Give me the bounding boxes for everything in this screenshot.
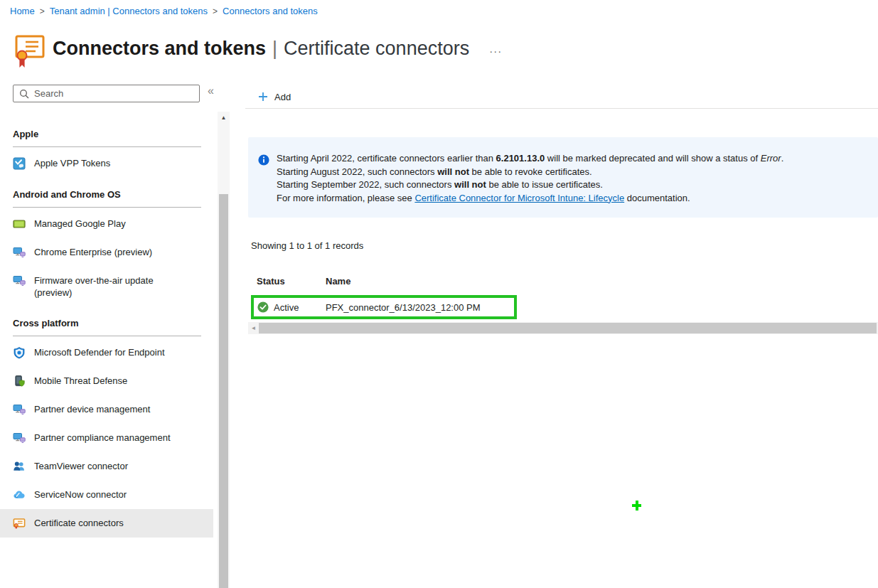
- sidebar-item-microsoft-defender-for-endpoint[interactable]: Microsoft Defender for Endpoint: [0, 338, 213, 367]
- sidebar-item-servicenow-connector[interactable]: ServiceNow connector: [0, 481, 213, 509]
- sidebar-item-partner-compliance-management[interactable]: Partner compliance management: [0, 424, 213, 452]
- connectors-table: Status Name Active PFX_connector_6/13/20…: [248, 276, 878, 334]
- sidebar-section-cross-platform: Cross platformMicrosoft Defender for End…: [0, 311, 213, 538]
- breadcrumb-link-home[interactable]: Home: [10, 6, 35, 16]
- table-header: Status Name: [248, 276, 878, 287]
- search-input[interactable]: [34, 88, 193, 99]
- monitors-icon: [13, 403, 26, 416]
- sidebar-section-header: Android and Chrome OS: [0, 183, 213, 200]
- sidebar-section-apple: AppleApple VPP Tokens: [0, 122, 213, 178]
- row-highlight-annotation: Active PFX_connector_6/13/2023_12:00 PM: [251, 295, 517, 319]
- sidebar-item-mobile-threat-defense[interactable]: Mobile Threat Defense: [0, 367, 213, 395]
- apple-vpp-tokens-icon: [13, 157, 26, 170]
- sidebar-item-label: Microsoft Defender for Endpoint: [34, 346, 176, 358]
- banner-text-segment: will be marked deprecated and will show …: [545, 153, 761, 164]
- column-header-name: Name: [326, 276, 350, 287]
- breadcrumb-link-connectors-and-tokens[interactable]: Connectors and tokens: [223, 6, 318, 16]
- banner-text-segment: documentation.: [624, 193, 690, 203]
- banner-text-segment: be able to revoke certificates.: [469, 166, 592, 177]
- banner-text-segment: .: [781, 153, 784, 164]
- banner-text-segment: For more information, please see: [277, 193, 414, 203]
- info-banner-line: Starting August 2022, such connectors wi…: [277, 166, 783, 179]
- collapse-sidebar-icon[interactable]: «: [208, 85, 214, 97]
- info-banner-line: For more information, please see Certifi…: [277, 192, 783, 205]
- sidebar-item-label: Partner compliance management: [34, 432, 176, 444]
- sidebar-scrollbar-thumb[interactable]: [219, 194, 228, 588]
- page-header: Connectors and tokens|Certificate connec…: [14, 33, 502, 70]
- banner-doc-link[interactable]: Certificate Connector for Microsoft Intu…: [414, 193, 624, 203]
- sidebar-item-partner-device-management[interactable]: Partner device management: [0, 395, 213, 424]
- sidebar-item-certificate-connectors[interactable]: Certificate connectors: [0, 509, 213, 538]
- column-header-status: Status: [257, 276, 326, 287]
- table-scrollbar[interactable]: ◄: [248, 322, 878, 334]
- sidebar-item-label: Certificate connectors: [34, 517, 176, 529]
- certificate-icon: [14, 33, 45, 70]
- table-scrollbar-thumb[interactable]: [259, 323, 877, 333]
- sidebar-item-label: Apple VPP Tokens: [34, 157, 176, 169]
- status-cell: Active: [257, 301, 326, 313]
- section-divider: [13, 207, 201, 208]
- sidebar: « AppleApple VPP TokensAndroid and Chrom…: [0, 78, 245, 588]
- breadcrumb-link-tenant-admin-connectors-and-tokens[interactable]: Tenant admin | Connectors and tokens: [50, 6, 208, 16]
- toolbar: Add: [245, 78, 878, 108]
- info-banner-line: Starting September 2022, such connectors…: [277, 178, 783, 192]
- connector-name: PFX_connector_6/13/2023_12:00 PM: [326, 302, 481, 313]
- search-icon: [19, 89, 29, 99]
- info-banner-line: Starting April 2022, certificate connect…: [277, 152, 783, 166]
- sidebar-item-firmware-over-the-air-update-preview[interactable]: Firmware over-the-air update (preview): [0, 267, 213, 306]
- page-title-secondary: Certificate connectors: [284, 38, 469, 59]
- sidebar-section-header: Cross platform: [0, 311, 213, 328]
- sidebar-item-chrome-enterprise-preview[interactable]: Chrome Enterprise (preview): [0, 238, 213, 267]
- toolbar-divider: [245, 108, 878, 109]
- more-options-icon[interactable]: ···: [489, 45, 502, 57]
- sidebar-section-android-and-chrome-os: Android and Chrome OSManaged Google Play…: [0, 183, 213, 306]
- section-divider: [13, 146, 201, 147]
- sidebar-item-label: Partner device management: [34, 403, 176, 415]
- sidebar-nav: AppleApple VPP TokensAndroid and Chrome …: [0, 122, 213, 542]
- breadcrumb-separator: >: [213, 6, 218, 16]
- managed-google-play-icon: [13, 218, 26, 230]
- table-row[interactable]: Active PFX_connector_6/13/2023_12:00 PM: [257, 301, 514, 313]
- banner-bold-text: 6.2101.13.0: [496, 153, 545, 164]
- section-divider: [13, 336, 201, 336]
- defender-shield-icon: [13, 346, 26, 359]
- mobile-shield-icon: [13, 375, 26, 387]
- breadcrumb: Home>Tenant admin | Connectors and token…: [10, 6, 318, 16]
- info-banner-text: Starting April 2022, certificate connect…: [277, 152, 783, 205]
- sidebar-search: [13, 85, 200, 102]
- scroll-left-icon[interactable]: ◄: [248, 325, 259, 331]
- cloud-icon: [13, 488, 26, 501]
- banner-text-segment: be able to issue certificates.: [486, 179, 603, 190]
- breadcrumb-separator: >: [40, 6, 45, 16]
- certificate-icon: [13, 517, 26, 530]
- banner-bold-text: will not: [454, 179, 486, 190]
- status-badge: Active: [274, 302, 299, 313]
- people-icon: [13, 460, 26, 473]
- sidebar-scrollbar[interactable]: ▲: [218, 112, 230, 588]
- sidebar-item-label: Managed Google Play: [34, 218, 176, 230]
- sidebar-item-teamviewer-connector[interactable]: TeamViewer connector: [0, 452, 213, 481]
- banner-text-segment: Starting September 2022, such connectors: [277, 179, 454, 190]
- sidebar-item-label: Mobile Threat Defense: [34, 375, 176, 387]
- info-icon: [258, 154, 269, 166]
- monitors-icon: [13, 432, 26, 444]
- sidebar-section-header: Apple: [0, 122, 213, 139]
- info-banner: Starting April 2022, certificate connect…: [248, 137, 878, 218]
- records-summary: Showing 1 to 1 of 1 records: [251, 240, 878, 251]
- check-circle-icon: [257, 301, 269, 313]
- title-divider: |: [272, 38, 277, 59]
- monitors-icon: [13, 246, 26, 259]
- page-title-primary: Connectors and tokens: [53, 38, 266, 59]
- sidebar-item-label: Chrome Enterprise (preview): [34, 246, 176, 258]
- add-button[interactable]: Add: [258, 92, 291, 102]
- sidebar-item-managed-google-play[interactable]: Managed Google Play: [0, 210, 213, 238]
- sidebar-item-label: Firmware over-the-air update (preview): [34, 274, 176, 299]
- sidebar-item-label: TeamViewer connector: [34, 460, 176, 472]
- banner-bold-text: will not: [437, 166, 469, 177]
- scroll-up-icon[interactable]: ▲: [218, 112, 230, 123]
- monitors-icon: [13, 274, 26, 287]
- plus-icon: [258, 92, 268, 102]
- add-button-label: Add: [274, 92, 291, 102]
- banner-italic-text: Error: [761, 153, 781, 164]
- sidebar-item-apple-vpp-tokens[interactable]: Apple VPP Tokens: [0, 149, 213, 178]
